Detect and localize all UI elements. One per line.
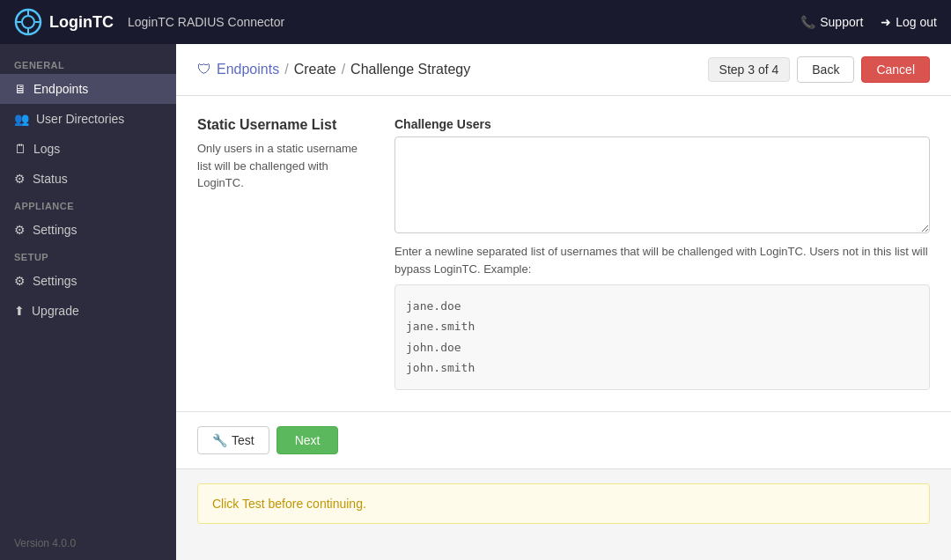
next-button[interactable]: Next — [276, 426, 339, 454]
page-header-actions: Step 3 of 4 Back Cancel — [708, 56, 930, 83]
breadcrumb-shield-icon: 🛡 — [197, 62, 211, 77]
sidebar-logs-label: Logs — [33, 142, 60, 156]
breadcrumb-create: Create — [294, 62, 336, 77]
status-icon: ⚙ — [14, 172, 26, 186]
layout: GENERAL 🖥 Endpoints 👥 User Directories 🗒… — [0, 44, 951, 560]
app-title: LoginTC RADIUS Connector — [128, 15, 284, 29]
content-description: Static Username List Only users in a sta… — [197, 117, 373, 390]
sidebar-item-settings-appliance[interactable]: ⚙ Settings — [0, 215, 176, 245]
breadcrumb-endpoints-link[interactable]: Endpoints — [217, 62, 279, 77]
support-link[interactable]: 📞 Support — [800, 15, 863, 29]
endpoints-icon: 🖥 — [14, 82, 26, 96]
example-line-2: jane.smith — [406, 316, 918, 336]
test-button[interactable]: 🔧 Test — [197, 426, 269, 454]
appliance-section-label: APPLIANCE — [0, 194, 176, 215]
sidebar-endpoints-label: Endpoints — [33, 82, 88, 96]
step-badge: Step 3 of 4 — [708, 57, 791, 82]
test-icon: 🔧 — [212, 433, 227, 447]
upgrade-icon: ⬆ — [14, 304, 25, 318]
example-line-4: john.smith — [406, 357, 918, 378]
logo-text: LoginTC — [49, 13, 114, 32]
example-line-3: john.doe — [406, 337, 918, 357]
general-section-label: GENERAL — [0, 53, 176, 74]
back-button[interactable]: Back — [797, 56, 854, 83]
challenge-users-textarea[interactable] — [394, 136, 930, 233]
logs-icon: 🗒 — [14, 142, 26, 156]
form-hint: Enter a newline separated list of userna… — [394, 243, 930, 277]
warning-box: Click Test before continuing. — [197, 483, 930, 524]
sidebar-item-status[interactable]: ⚙ Status — [0, 164, 176, 194]
sidebar-item-user-directories[interactable]: 👥 User Directories — [0, 104, 176, 134]
breadcrumb-page-title: Challenge Strategy — [350, 62, 470, 77]
sidebar-status-label: Status — [33, 172, 68, 186]
form-label: Challenge Users — [394, 117, 930, 131]
sidebar-settings-appliance-label: Settings — [33, 223, 77, 237]
settings-appliance-icon: ⚙ — [14, 223, 26, 237]
warning-text: Click Test before continuing. — [212, 497, 366, 511]
example-line-1: jane.doe — [406, 296, 918, 316]
section-description: Only users in a static username list wil… — [197, 140, 373, 192]
logout-icon: ➜ — [881, 15, 891, 29]
footer-actions: 🔧 Test Next — [176, 412, 951, 469]
section-title: Static Username List — [197, 117, 373, 133]
sidebar-item-settings-setup[interactable]: ⚙ Settings — [0, 266, 176, 296]
logo: LoginTC — [14, 8, 114, 36]
sidebar-settings-setup-label: Settings — [33, 274, 77, 288]
settings-setup-icon: ⚙ — [14, 274, 26, 288]
svg-point-1 — [22, 16, 34, 28]
breadcrumb-sep2: / — [342, 62, 345, 77]
example-box: jane.doe jane.smith john.doe john.smith — [394, 284, 930, 390]
topnav: LoginTC LoginTC RADIUS Connector 📞 Suppo… — [0, 0, 951, 44]
page-header: 🛡 Endpoints / Create / Challenge Strateg… — [176, 44, 951, 96]
main-area: 🛡 Endpoints / Create / Challenge Strateg… — [176, 44, 951, 560]
content-section: Static Username List Only users in a sta… — [176, 96, 951, 412]
sidebar-upgrade-label: Upgrade — [32, 304, 79, 318]
sidebar-item-logs[interactable]: 🗒 Logs — [0, 134, 176, 164]
topnav-links: 📞 Support ➜ Log out — [800, 15, 937, 29]
sidebar-user-directories-label: User Directories — [36, 112, 124, 126]
setup-section-label: SETUP — [0, 245, 176, 266]
logo-icon — [14, 8, 42, 36]
breadcrumb-sep1: / — [284, 62, 288, 77]
logout-link[interactable]: ➜ Log out — [881, 15, 937, 29]
version-label: Version 4.0.0 — [0, 527, 176, 560]
sidebar-item-endpoints[interactable]: 🖥 Endpoints — [0, 74, 176, 104]
sidebar-item-upgrade[interactable]: ⬆ Upgrade — [0, 296, 176, 326]
breadcrumb: 🛡 Endpoints / Create / Challenge Strateg… — [197, 62, 470, 77]
content-form: Challenge Users Enter a newline separate… — [394, 117, 930, 390]
sidebar: GENERAL 🖥 Endpoints 👥 User Directories 🗒… — [0, 44, 176, 560]
phone-icon: 📞 — [800, 15, 815, 29]
cancel-button[interactable]: Cancel — [861, 56, 930, 83]
test-label: Test — [232, 433, 254, 447]
user-directories-icon: 👥 — [14, 112, 29, 126]
